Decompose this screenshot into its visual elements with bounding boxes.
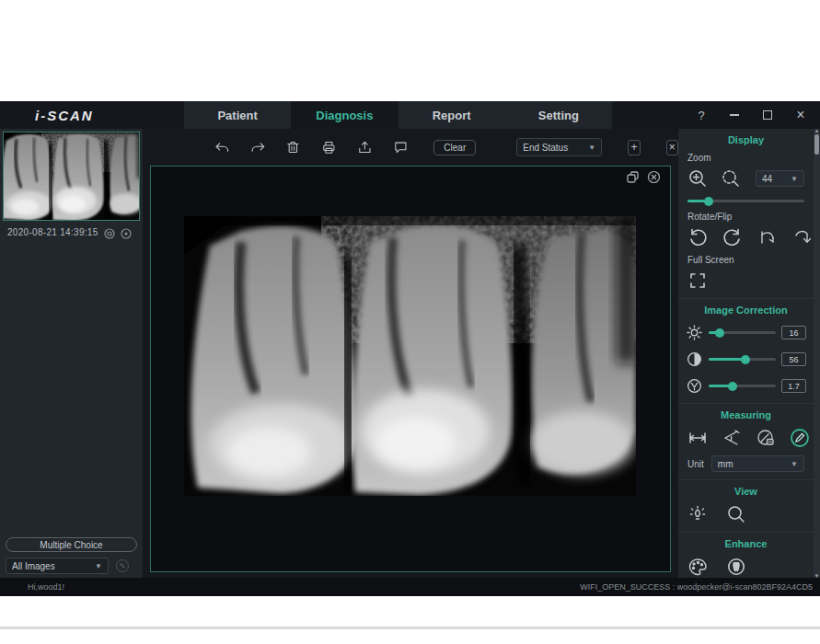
- scrollbar-thumb[interactable]: [814, 134, 819, 155]
- zoom-value-dropdown[interactable]: 44 ▼: [756, 170, 804, 187]
- display-header: Display: [678, 129, 814, 149]
- statusbar: Hi,wood1! WIFI_OPEN_SUCCESS : woodpecker…: [0, 578, 820, 596]
- flip-vertical-icon[interactable]: [792, 227, 813, 247]
- maximize-button[interactable]: [761, 110, 774, 120]
- multiple-choice-button[interactable]: Multiple Choice: [6, 537, 137, 552]
- brightness-value[interactable]: 16: [781, 326, 806, 339]
- section-display: Display Zoom 44 ▼: [678, 129, 814, 298]
- window-controls: ? ×: [612, 101, 820, 129]
- section-image-correction: Image Correction 16: [678, 298, 814, 403]
- sidebar-bottom: Multiple Choice All Images ▼ ✎: [0, 537, 143, 574]
- contrast-value[interactable]: 56: [781, 352, 806, 366]
- thumbnail-select-icon[interactable]: [121, 226, 132, 237]
- flip-horizontal-icon[interactable]: [757, 227, 778, 247]
- rotate-left-icon[interactable]: [687, 227, 708, 247]
- gamma-value[interactable]: 1.7: [781, 379, 806, 393]
- gamma-slider-thumb[interactable]: [728, 382, 737, 391]
- section-measuring: Measuring: [678, 403, 814, 479]
- main-area: Clear End Status ▼ + ×: [143, 129, 678, 578]
- gamma-slider[interactable]: [709, 385, 776, 387]
- brightness-slider-thumb[interactable]: [715, 328, 724, 338]
- minimize-button[interactable]: [728, 114, 741, 116]
- chevron-down-icon: ▼: [588, 144, 595, 152]
- spotlight-icon[interactable]: [687, 504, 708, 524]
- image-filter-value: All Images: [12, 561, 55, 571]
- contrast-slider-thumb[interactable]: [741, 355, 750, 364]
- xray-image: [184, 216, 636, 496]
- comment-icon[interactable]: [393, 137, 409, 157]
- section-enhance: Enhance: [678, 532, 814, 578]
- panel-scrollbar[interactable]: ▲ ▼: [814, 129, 820, 578]
- tab-diagnosis[interactable]: Diagnosis: [291, 101, 398, 129]
- canvas-tools: [626, 170, 661, 184]
- zoom-in-icon[interactable]: [687, 168, 708, 189]
- zoom-value: 44: [762, 174, 772, 184]
- duplicate-view-icon[interactable]: [626, 170, 640, 184]
- chevron-down-icon: ▼: [791, 175, 798, 183]
- tab-report[interactable]: Report: [398, 101, 505, 129]
- full-screen-label: Full Screen: [678, 251, 814, 267]
- edit-selection-icon[interactable]: ✎: [116, 559, 129, 572]
- print-icon[interactable]: [321, 137, 337, 157]
- gamma-icon: [686, 377, 703, 395]
- user-greeting: Hi,wood1!: [28, 582, 64, 592]
- thumbnail-timestamp: 2020-08-21 14:39:15: [7, 227, 98, 237]
- measure-angle-icon[interactable]: [722, 428, 742, 448]
- unit-value: mm: [718, 459, 733, 469]
- zoom-fit-icon[interactable]: [721, 168, 741, 189]
- fullscreen-icon[interactable]: [687, 270, 708, 291]
- thumbnail-selected[interactable]: [3, 132, 140, 221]
- zoom-slider[interactable]: [687, 200, 804, 202]
- image-correction-header: Image Correction: [678, 299, 814, 319]
- redo-icon[interactable]: [250, 137, 266, 157]
- rotate-flip-label: Rotate/Flip: [678, 208, 814, 224]
- measure-edit-active-icon[interactable]: [790, 428, 810, 448]
- rotate-right-icon[interactable]: [722, 227, 743, 247]
- toolbar: Clear End Status ▼ + ×: [143, 129, 678, 166]
- delete-icon[interactable]: [285, 137, 301, 157]
- right-panel: Display Zoom 44 ▼: [678, 129, 814, 578]
- remove-status-button[interactable]: ×: [666, 140, 678, 155]
- scroll-up-icon[interactable]: ▲: [814, 128, 820, 133]
- sidebar: 2020-08-21 14:39:15 Multiple Choice All …: [0, 129, 143, 578]
- thumbnail-status-icon[interactable]: [104, 226, 115, 237]
- image-canvas[interactable]: [150, 166, 671, 572]
- scroll-down-icon[interactable]: ▼: [814, 573, 820, 579]
- zoom-label: Zoom: [678, 149, 814, 165]
- minimize-icon: [730, 114, 739, 116]
- maximize-icon: [763, 110, 772, 120]
- thumbnail-xray-image: [4, 132, 139, 220]
- contrast-slider[interactable]: [709, 358, 776, 361]
- nav-tabs: Patient Diagnosis Report Setting: [184, 101, 612, 129]
- add-status-button[interactable]: +: [628, 140, 640, 155]
- measuring-header: Measuring: [678, 404, 814, 424]
- tab-setting[interactable]: Setting: [505, 101, 612, 129]
- chevron-down-icon: ▼: [791, 460, 798, 468]
- status-dropdown-value: End Status: [523, 143, 568, 153]
- unit-label: Unit: [687, 459, 704, 469]
- zoom-slider-thumb[interactable]: [704, 197, 713, 206]
- tooth-enhance-icon[interactable]: [726, 557, 746, 577]
- image-filter-dropdown[interactable]: All Images ▼: [6, 558, 109, 574]
- tab-patient[interactable]: Patient: [184, 101, 291, 129]
- titlebar: i-SCAN Patient Diagnosis Report Setting …: [0, 101, 820, 129]
- measure-calibrate-icon[interactable]: [756, 428, 776, 448]
- thumbnail-meta: 2020-08-21 14:39:15: [0, 221, 143, 237]
- magnifier-icon[interactable]: [726, 504, 746, 524]
- page-divider: [0, 627, 820, 629]
- undo-icon[interactable]: [214, 137, 230, 157]
- chevron-down-icon: ▼: [95, 562, 102, 570]
- close-button[interactable]: ×: [794, 107, 807, 123]
- brightness-icon: [686, 324, 703, 341]
- clear-button[interactable]: Clear: [433, 140, 476, 155]
- app-logo: i-SCAN: [0, 101, 184, 129]
- help-button[interactable]: ?: [695, 109, 708, 122]
- measure-length-icon[interactable]: [687, 428, 708, 448]
- section-view: View: [678, 479, 814, 532]
- brightness-slider[interactable]: [709, 331, 776, 334]
- unit-dropdown[interactable]: mm ▼: [711, 455, 804, 472]
- close-image-icon[interactable]: [647, 170, 661, 184]
- export-icon[interactable]: [357, 137, 373, 157]
- palette-icon[interactable]: [687, 557, 708, 577]
- status-dropdown[interactable]: End Status ▼: [516, 138, 602, 156]
